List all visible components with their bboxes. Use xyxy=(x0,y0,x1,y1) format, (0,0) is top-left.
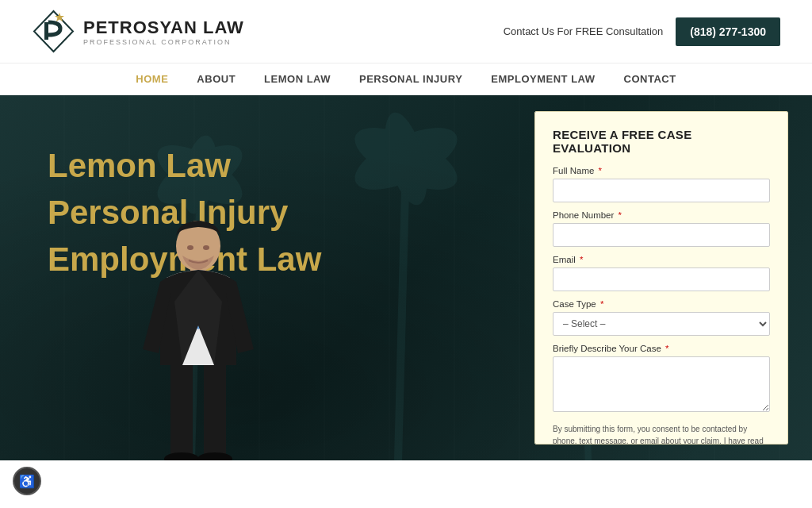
logo-name: PETROSYAN LAW xyxy=(83,17,244,38)
nav-item-lemon-law[interactable]: LEMON LAW xyxy=(264,73,331,85)
svg-point-19 xyxy=(164,452,199,460)
nav-item-home[interactable]: HOME xyxy=(136,73,168,85)
headline-line1: Lemon Law xyxy=(48,147,231,184)
logo-icon xyxy=(32,10,75,53)
phone-group: Phone Number * xyxy=(553,210,770,247)
logo[interactable]: PETROSYAN LAW PROFESSIONAL CORPORATION xyxy=(32,10,244,53)
email-group: Email * xyxy=(553,255,770,291)
case-type-select[interactable]: – Select – Lemon Law Personal Injury Emp… xyxy=(553,312,770,336)
svg-point-21 xyxy=(187,245,193,250)
logo-subtitle: PROFESSIONAL CORPORATION xyxy=(83,38,244,46)
svg-point-20 xyxy=(197,452,232,460)
site-header: PETROSYAN LAW PROFESSIONAL CORPORATION C… xyxy=(0,0,812,64)
form-title: RECEIVE A FREE CASE EVALUATION xyxy=(553,128,770,155)
email-label: Email * xyxy=(553,255,770,264)
svg-marker-0 xyxy=(34,11,73,52)
consent-text: By submitting this form, you consent to … xyxy=(553,423,770,444)
describe-group: Briefly Describe Your Case * xyxy=(553,344,770,415)
svg-rect-1 xyxy=(44,22,48,40)
nav-item-about[interactable]: ABOUT xyxy=(197,73,236,85)
full-name-input[interactable] xyxy=(553,179,770,202)
describe-textarea[interactable] xyxy=(553,356,770,412)
accessibility-button[interactable]: ♿ xyxy=(13,467,41,495)
svg-rect-17 xyxy=(170,365,193,460)
main-nav: HOME ABOUT LEMON LAW PERSONAL INJURY EMP… xyxy=(0,64,812,95)
full-name-group: Full Name * xyxy=(553,166,770,202)
hero-headline: Lemon Law Personal Injury Employment Law xyxy=(48,143,511,283)
header-right: Contact Us For FREE Consultation (818) 2… xyxy=(504,17,780,46)
person-figure xyxy=(119,206,278,460)
consult-text: Contact Us For FREE Consultation xyxy=(504,25,664,37)
nav-item-personal-injury[interactable]: PERSONAL INJURY xyxy=(359,73,462,85)
case-evaluation-form: RECEIVE A FREE CASE EVALUATION Full Name… xyxy=(534,111,788,444)
phone-button[interactable]: (818) 277-1300 xyxy=(676,17,780,46)
case-type-group: Case Type * – Select – Lemon Law Persona… xyxy=(553,299,770,336)
case-type-label: Case Type * xyxy=(553,299,770,309)
nav-item-employment-law[interactable]: EMPLOYMENT LAW xyxy=(491,73,595,85)
email-input[interactable] xyxy=(553,267,770,291)
describe-label: Briefly Describe Your Case * xyxy=(553,344,770,353)
full-name-label: Full Name * xyxy=(553,166,770,175)
hero-section: Lemon Law Personal Injury Employment Law xyxy=(0,95,812,460)
svg-point-22 xyxy=(203,245,209,250)
phone-input[interactable] xyxy=(553,223,770,247)
nav-item-contact[interactable]: CONTACT xyxy=(624,73,676,85)
phone-label: Phone Number * xyxy=(553,210,770,220)
logo-text: PETROSYAN LAW PROFESSIONAL CORPORATION xyxy=(83,17,244,46)
accessibility-icon: ♿ xyxy=(19,474,35,489)
hero-text: Lemon Law Personal Injury Employment Law xyxy=(0,95,534,460)
svg-rect-18 xyxy=(204,365,226,460)
